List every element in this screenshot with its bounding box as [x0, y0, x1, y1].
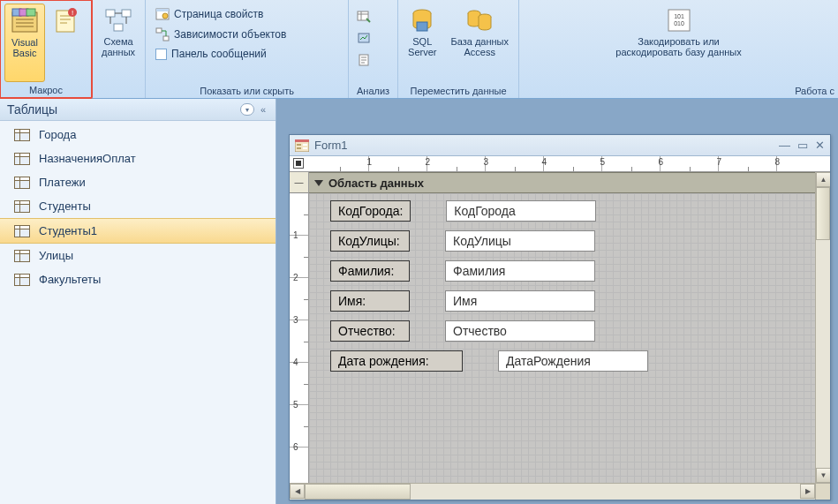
table-icon: [14, 250, 30, 262]
field-textbox[interactable]: КодУлицы: [445, 230, 595, 252]
section-selector[interactable]: —: [290, 172, 308, 193]
form-control-row: Имя:Имя: [330, 290, 794, 312]
field-textbox[interactable]: Фамилия: [445, 260, 595, 282]
nav-collapse-button[interactable]: «: [258, 104, 268, 115]
ribbon-group-relationships: Схема данных: [92, 0, 146, 98]
main-area: Таблицы ▾ « ГородаНазначенияОплатПлатежи…: [0, 99, 838, 504]
analyze-doc-button[interactable]: [352, 50, 394, 70]
hscroll-thumb[interactable]: [305, 484, 411, 500]
table-icon: [14, 153, 30, 165]
form-designer-window: Form1 — ▭ ✕ 12345678 — 123456: [289, 134, 831, 500]
detail-section-label: Область данных: [328, 177, 424, 190]
horizontal-ruler[interactable]: 12345678: [290, 156, 830, 172]
visual-basic-label: Visual Basic: [11, 37, 38, 58]
form-control-row: Фамилия:Фамилия: [330, 260, 794, 282]
scroll-down-button[interactable]: ▼: [816, 468, 830, 483]
svg-rect-16: [156, 28, 162, 33]
horizontal-scrollbar[interactable]: ◀ ▶: [290, 483, 830, 500]
access-db-button[interactable]: База данных Access: [445, 3, 516, 83]
scroll-left-button[interactable]: ◀: [290, 484, 305, 499]
field-label[interactable]: Имя:: [330, 290, 410, 312]
analyze-table-button[interactable]: [352, 6, 394, 26]
svg-rect-12: [114, 24, 123, 31]
form-window-titlebar[interactable]: Form1 — ▭ ✕: [290, 135, 830, 156]
table-icon: [14, 225, 30, 237]
mdi-workspace: Form1 — ▭ ✕ 12345678 — 123456: [276, 99, 838, 504]
form-selector[interactable]: [293, 158, 304, 169]
svg-rect-30: [297, 144, 301, 146]
vscroll-thumb[interactable]: [816, 187, 830, 240]
table-icon: [14, 274, 30, 286]
access-db-label: База данных Access: [451, 36, 510, 57]
form-control-row: КодУлицы:КодУлицы: [330, 230, 794, 252]
section-collapse-icon: [314, 180, 323, 186]
svg-point-15: [162, 13, 168, 19]
analyze-table-icon: [357, 9, 371, 23]
scroll-corner: [815, 484, 830, 500]
scroll-right-button[interactable]: ▶: [800, 484, 815, 499]
macro-run-button[interactable]: !: [47, 4, 87, 82]
scroll-up-button[interactable]: ▲: [816, 172, 830, 187]
analyze-group-label: Анализ: [352, 83, 394, 98]
field-textbox[interactable]: Отчество: [445, 320, 595, 342]
detail-section-header[interactable]: Область данных: [309, 172, 815, 193]
vertical-ruler[interactable]: — 123456: [290, 172, 309, 483]
nav-item-table[interactable]: Улицы: [0, 244, 276, 267]
svg-rect-33: [303, 147, 307, 149]
message-bar-label: Панель сообщений: [171, 48, 267, 60]
encode-db-icon: 101010: [665, 6, 693, 34]
vertical-scrollbar[interactable]: ▲ ▼: [815, 172, 830, 483]
maximize-button[interactable]: ▭: [797, 139, 808, 152]
analyze-perf-icon: [357, 31, 371, 45]
nav-item-table[interactable]: Студенты1: [0, 218, 276, 244]
form-canvas[interactable]: КодГорода:КодГородаКодУлицы:КодУлицыФами…: [309, 193, 815, 483]
checkbox-icon: [155, 49, 167, 60]
nav-item-table[interactable]: Платежи: [0, 170, 276, 194]
relationships-button[interactable]: Схема данных: [95, 3, 141, 94]
nav-item-table[interactable]: Факультеты: [0, 267, 276, 291]
ribbon-group-macros: Visual Basic ! Макрос: [0, 0, 93, 99]
nav-dropdown-button[interactable]: ▾: [240, 103, 254, 116]
nav-item-label: Студенты: [39, 199, 91, 213]
nav-item-label: НазначенияОплат: [39, 152, 136, 165]
navigation-pane: Таблицы ▾ « ГородаНазначенияОплатПлатежи…: [0, 99, 276, 504]
svg-rect-32: [303, 144, 307, 146]
property-sheet-button[interactable]: Страница свойств: [149, 4, 344, 24]
visual-basic-button[interactable]: Visual Basic: [4, 4, 45, 82]
form-control-row: КодГорода:КодГорода: [330, 200, 794, 222]
field-textbox[interactable]: ДатаРождения: [498, 350, 648, 372]
form-control-row: Дата рождения:ДатаРождения: [330, 350, 794, 372]
nav-item-label: Платежи: [39, 176, 86, 189]
form-control-row: Отчество:Отчество: [330, 320, 794, 342]
dependencies-button[interactable]: Зависимости объектов: [149, 25, 344, 44]
property-sheet-icon: [155, 7, 170, 21]
field-label[interactable]: Дата рождения:: [330, 350, 463, 372]
field-textbox[interactable]: Имя: [445, 290, 595, 312]
field-label[interactable]: КодГорода:: [330, 200, 411, 222]
move-data-group-label: Переместить данные: [402, 83, 515, 98]
message-bar-button[interactable]: Панель сообщений: [149, 45, 344, 63]
svg-rect-10: [106, 10, 115, 17]
sql-server-button[interactable]: SQL Server: [402, 3, 442, 83]
nav-item-table[interactable]: НазначенияОплат: [0, 147, 276, 170]
nav-item-label: Факультеты: [39, 273, 101, 286]
form-body: 12345678 — 123456 Область данных КодГоро…: [290, 156, 830, 483]
svg-text:010: 010: [674, 20, 684, 26]
db-tools-group-label: Работа с: [523, 83, 834, 98]
svg-rect-3: [26, 9, 35, 16]
minimize-button[interactable]: —: [779, 139, 790, 152]
svg-rect-22: [417, 22, 427, 31]
svg-rect-31: [297, 147, 301, 149]
field-label[interactable]: КодУлицы:: [330, 230, 410, 252]
encode-db-label: Закодировать или раскодировать базу данн…: [615, 36, 741, 57]
field-label[interactable]: Фамилия:: [330, 260, 410, 282]
svg-text:!: !: [72, 9, 73, 17]
svg-rect-29: [295, 139, 309, 142]
analyze-perf-button[interactable]: [352, 28, 394, 48]
field-label[interactable]: Отчество:: [330, 320, 410, 342]
field-textbox[interactable]: КодГорода: [446, 200, 596, 222]
encode-db-button[interactable]: 101010 Закодировать или раскодировать ба…: [609, 3, 747, 83]
nav-item-table[interactable]: Города: [0, 123, 276, 147]
close-button[interactable]: ✕: [815, 139, 825, 152]
nav-item-table[interactable]: Студенты: [0, 194, 276, 218]
